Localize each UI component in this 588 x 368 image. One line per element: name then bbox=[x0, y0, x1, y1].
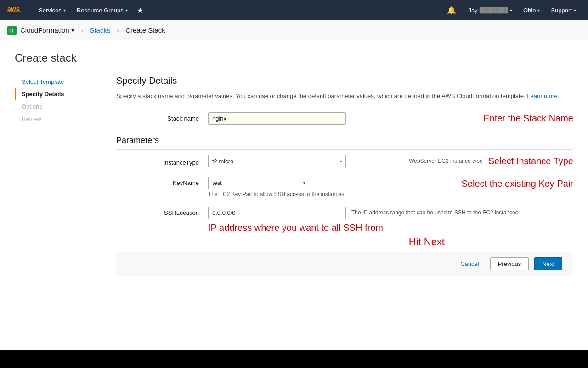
favorites-star-icon[interactable]: ★ bbox=[133, 6, 147, 15]
ssh-location-label: SSHLocation bbox=[116, 207, 208, 216]
sidebar-item-review: Review bbox=[15, 113, 97, 125]
key-name-field-row: KeyName test ▾ The EC2 Key Pair to allow… bbox=[116, 177, 573, 197]
sidebar-item-options: Options bbox=[15, 100, 97, 113]
action-bar: Hit Next Cancel Previous Next bbox=[116, 252, 573, 276]
cloudformation-service-name[interactable]: CloudFormation ▾ bbox=[20, 26, 75, 34]
services-chevron-icon: ▾ bbox=[63, 8, 66, 13]
user-chevron-icon: ▾ bbox=[510, 8, 512, 13]
support-menu[interactable]: Support ▾ bbox=[546, 7, 581, 14]
hit-next-annotation: Hit Next bbox=[409, 236, 445, 247]
stack-name-input-wrapper bbox=[208, 112, 472, 125]
user-blurred: ████████ bbox=[480, 7, 508, 13]
top-navigation: aws Services ▾ Resource Groups ▾ ★ 🔔 Jay… bbox=[0, 0, 588, 20]
user-menu[interactable]: Jay ████████ ▾ bbox=[464, 7, 517, 14]
parameters-title: Parameters bbox=[116, 136, 573, 150]
breadcrumb-separator-2: › bbox=[117, 27, 119, 34]
region-chevron-icon: ▾ bbox=[537, 8, 540, 13]
support-chevron-icon: ▾ bbox=[574, 8, 576, 13]
key-name-label: KeyName bbox=[116, 177, 208, 186]
stack-name-input[interactable] bbox=[208, 112, 346, 125]
notifications-bell-icon[interactable]: 🔔 bbox=[441, 6, 462, 15]
section-description: Specify a stack name and parameter value… bbox=[116, 92, 573, 101]
services-nav-item[interactable]: Services ▾ bbox=[33, 0, 71, 20]
sidebar-item-specify-details[interactable]: Specify Details bbox=[15, 88, 97, 100]
instance-type-input-wrapper: t1.micro t2.micro t2.small t2.medium m1.… bbox=[208, 155, 403, 167]
breadcrumb-separator: › bbox=[81, 27, 84, 34]
ssh-location-description: The IP address range that can be used to… bbox=[351, 209, 518, 216]
learn-more-link[interactable]: Learn more. bbox=[527, 92, 559, 99]
stacks-breadcrumb-link[interactable]: Stacks bbox=[90, 26, 110, 34]
resource-groups-label: Resource Groups bbox=[77, 7, 124, 14]
aws-logo[interactable]: aws bbox=[7, 4, 26, 17]
stack-name-annotation: Enter the Stack Name bbox=[483, 113, 573, 124]
previous-button[interactable]: Previous bbox=[490, 257, 529, 270]
ssh-location-field-row: SSHLocation The IP address range that ca… bbox=[116, 207, 573, 233]
service-bar: ⬡ CloudFormation ▾ › Stacks › Create Sta… bbox=[0, 20, 588, 40]
ssh-location-input-wrapper: The IP address range that can be used to… bbox=[208, 207, 573, 233]
instance-type-description: WebServer EC2 instance type bbox=[409, 158, 483, 164]
instance-type-field-row: InstanceType t1.micro t2.micro t2.small … bbox=[116, 155, 573, 167]
main-content: Create stack Select Template Specify Det… bbox=[0, 40, 588, 287]
resource-groups-nav-item[interactable]: Resource Groups ▾ bbox=[71, 0, 133, 20]
next-button[interactable]: Next bbox=[534, 257, 562, 270]
instance-type-label: InstanceType bbox=[116, 156, 208, 166]
instance-type-annotation: Select Instance Type bbox=[488, 156, 573, 167]
page-title: Create stack bbox=[15, 52, 573, 64]
key-name-select-wrapper: test ▾ bbox=[208, 177, 309, 189]
stack-name-field-row: Stack name Enter the Stack Name bbox=[116, 112, 573, 125]
instance-type-select[interactable]: t1.micro t2.micro t2.small t2.medium m1.… bbox=[208, 155, 346, 167]
hit-next-annotation-wrapper: Hit Next bbox=[398, 236, 445, 248]
services-label: Services bbox=[39, 7, 62, 14]
sidebar: Select Template Specify Details Options … bbox=[15, 75, 107, 276]
key-name-description: The EC2 Key Pair to allow SSH access to … bbox=[208, 191, 456, 197]
instance-type-select-wrapper: t1.micro t2.micro t2.small t2.medium m1.… bbox=[208, 155, 346, 167]
key-name-select[interactable]: test bbox=[208, 177, 309, 189]
resource-groups-chevron-icon: ▾ bbox=[125, 8, 128, 13]
form-content: Specify Details Specify a stack name and… bbox=[107, 75, 573, 276]
svg-text:aws: aws bbox=[7, 5, 20, 12]
key-name-annotation: Select the existing Key Pair bbox=[462, 178, 573, 189]
section-title: Specify Details bbox=[116, 75, 573, 86]
parameters-section: Parameters InstanceType t1.micro t2.micr… bbox=[116, 136, 573, 233]
sidebar-item-select-template[interactable]: Select Template bbox=[15, 75, 97, 88]
cancel-button[interactable]: Cancel bbox=[455, 258, 484, 270]
user-name: Jay bbox=[468, 7, 477, 14]
svg-text:⬡: ⬡ bbox=[9, 28, 13, 33]
key-name-input-wrapper: test ▾ The EC2 Key Pair to allow SSH acc… bbox=[208, 177, 456, 197]
stack-name-label: Stack name bbox=[116, 112, 208, 122]
cloudformation-dropdown-icon: ▾ bbox=[71, 26, 75, 34]
ssh-location-annotation: IP address where you want to all SSH fro… bbox=[208, 223, 573, 233]
current-page-breadcrumb: Create Stack bbox=[125, 26, 165, 34]
region-label: Ohio bbox=[523, 7, 536, 14]
cloudformation-icon: ⬡ bbox=[7, 26, 17, 35]
support-label: Support bbox=[551, 7, 572, 14]
svg-rect-1 bbox=[7, 12, 21, 13]
ssh-location-input[interactable] bbox=[208, 207, 346, 219]
region-menu[interactable]: Ohio ▾ bbox=[519, 7, 544, 14]
